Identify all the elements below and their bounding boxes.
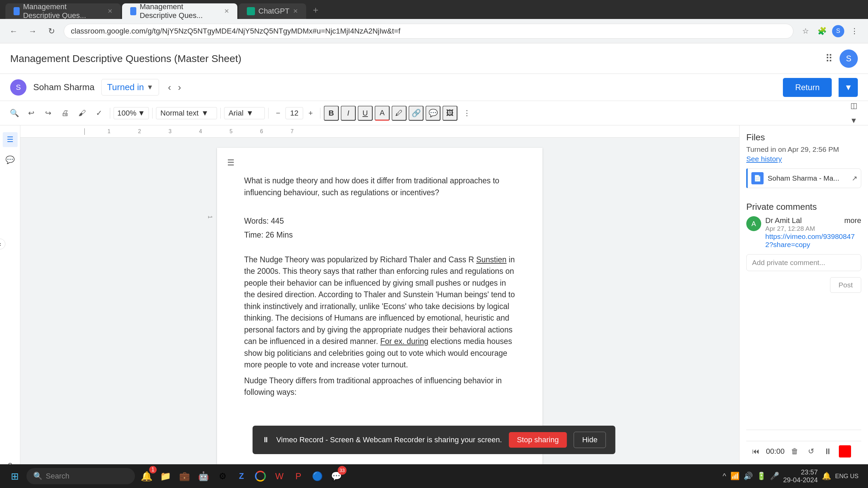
text-color-button[interactable]: A [375, 106, 390, 121]
audio-replay-button[interactable]: ↺ [805, 445, 817, 458]
tab-2-close[interactable]: ✕ [224, 7, 229, 15]
search-label: Search [46, 472, 70, 481]
turned-in-dropdown[interactable]: Turned in ▼ [101, 79, 159, 96]
sidebar-outline-icon[interactable]: ☰ [3, 132, 18, 147]
bookmark-icon[interactable]: ☆ [799, 24, 812, 38]
taskbar-settings-icon[interactable]: ⚙ [214, 467, 231, 485]
text-style-select[interactable]: Normal text ▼ [156, 107, 217, 119]
student-bar: S Soham Sharma Turned in ▼ ‹ › Return ▼ [0, 74, 868, 101]
comment-item: A Dr Amit Lal more Apr 27, 12:28 AM http… [746, 216, 861, 249]
comment-link[interactable]: https://vimeo.com/939808472?share=copy [765, 232, 861, 249]
audio-stop-button[interactable] [839, 445, 851, 458]
list-icon[interactable]: ☰ [227, 158, 235, 167]
italic-button[interactable]: I [341, 106, 356, 121]
sidebar-comments-icon[interactable]: 💬 [3, 152, 18, 167]
taskbar-notification-icon[interactable]: 🔔 1 [138, 467, 155, 485]
comment-button[interactable]: 💬 [426, 106, 440, 121]
whatsapp-badge: 33 [338, 466, 347, 475]
add-comment-input[interactable]: Add private comment... [746, 254, 861, 271]
profile-icon[interactable]: S [831, 24, 845, 38]
taskbar-zoom-icon[interactable]: Z [233, 467, 250, 485]
paint-format-button[interactable]: 🖌 [75, 106, 90, 121]
hide-banner-button[interactable]: Hide [574, 432, 606, 448]
clock-time: 23:57 [783, 468, 818, 476]
more-label[interactable]: more [844, 216, 861, 225]
audio-trash-button[interactable]: 🗑 [789, 445, 801, 458]
zoom-value: 100% [117, 109, 136, 118]
see-history-link[interactable]: See history [746, 155, 861, 163]
taskbar-search[interactable]: 🔍 Search [26, 468, 135, 484]
reload-button[interactable]: ↻ [45, 24, 58, 38]
address-bar[interactable]: classroom.google.com/g/tg/NjY5NzQ5NTgyMD… [64, 24, 793, 39]
taskbar-chrome-icon[interactable] [252, 467, 269, 485]
font-size-input[interactable]: 12 [285, 107, 303, 119]
start-button[interactable]: ⊞ [5, 467, 24, 485]
return-button[interactable]: Return [783, 78, 832, 97]
next-student-button[interactable]: › [176, 80, 183, 95]
font-select[interactable]: Arial ▼ [224, 107, 265, 119]
underline-button[interactable]: U [358, 106, 373, 121]
post-button[interactable]: Post [830, 277, 861, 293]
link-button[interactable]: 🔗 [409, 106, 423, 121]
taskbar-battery-icon[interactable]: 🔋 [757, 472, 766, 481]
taskbar-mic-icon[interactable]: 🎤 [770, 472, 779, 481]
font-arrow-icon: ▼ [246, 109, 254, 118]
new-tab-button[interactable]: + [308, 1, 324, 19]
audio-prev-button[interactable]: ⏮ [750, 445, 762, 458]
taskbar-notification-bell-icon[interactable]: 🔔 [822, 472, 831, 481]
print-button[interactable]: 🖨 [58, 106, 73, 121]
spell-check-button[interactable]: ✓ [92, 106, 106, 121]
taskbar-language-icon[interactable]: ENG US [835, 473, 859, 480]
redo-button[interactable]: ↪ [41, 106, 56, 121]
grid-icon[interactable]: ⠿ [825, 53, 833, 64]
tab-3[interactable]: ChatGPT ✕ [239, 3, 306, 19]
zoom-select[interactable]: 100% ▼ [114, 107, 149, 119]
taskbar-chevron-icon[interactable]: ^ [723, 472, 726, 481]
taskbar-copilot-icon[interactable]: 🤖 [195, 467, 212, 485]
taskbar-network-icon[interactable]: 📶 [730, 472, 739, 481]
taskbar-clock[interactable]: 23:57 29-04-2024 [783, 468, 818, 484]
user-avatar[interactable]: S [840, 49, 858, 68]
comment-date: Apr 27, 12:28 AM [765, 225, 861, 232]
tab-1-close[interactable]: ✕ [107, 7, 113, 15]
stop-sharing-button[interactable]: Stop sharing [509, 432, 567, 448]
taskbar-teams-icon[interactable]: 💼 [176, 467, 193, 485]
vimeo-message: Vimeo Record - Screen & Webcam Recorder … [276, 435, 502, 444]
tab-1-icon [14, 7, 20, 15]
body-paragraph-1: The Nudge Theory was popularized by Rich… [244, 254, 515, 371]
more-toolbar-button[interactable]: ⋮ [459, 106, 474, 121]
return-dropdown-button[interactable]: ▼ [839, 78, 858, 97]
taskbar-volume-icon[interactable]: 🔊 [744, 472, 753, 481]
audio-pause-button[interactable]: ⏸ [821, 445, 835, 458]
bold-button[interactable]: B [324, 106, 339, 121]
forward-button[interactable]: → [26, 24, 39, 38]
taskbar-whatsapp-icon[interactable]: 💬 33 [328, 467, 345, 485]
app-header: Management Descriptive Questions (Master… [0, 43, 868, 74]
turned-in-date: Turned in on Apr 29, 2:56 PM [746, 145, 861, 154]
sidebar-toggle-button[interactable]: ◫ [846, 98, 861, 113]
font-size-increase-button[interactable]: + [304, 107, 317, 119]
taskbar-powerpoint-icon[interactable]: P [290, 467, 307, 485]
student-name: Soham Sharma [33, 82, 95, 93]
taskbar-vscode-icon[interactable]: 🔵 [309, 467, 326, 485]
add-comment-placeholder: Add private comment... [752, 259, 825, 266]
font-size-decrease-button[interactable]: − [272, 107, 284, 119]
search-toolbar-button[interactable]: 🔍 [7, 106, 22, 121]
prev-student-button[interactable]: ‹ [166, 80, 173, 95]
tab-1[interactable]: Management Descriptive Ques... ✕ [5, 3, 121, 19]
file-item[interactable]: 📄 Soham Sharma - Ma... ↗ [746, 168, 861, 188]
image-button[interactable]: 🖼 [442, 106, 457, 121]
taskbar-office-icon[interactable]: W [271, 467, 288, 485]
highlight-button[interactable]: 🖊 [392, 106, 407, 121]
tab-3-close[interactable]: ✕ [293, 7, 298, 15]
comment-author-avatar: A [746, 216, 761, 231]
audio-time: 00:00 [766, 447, 785, 456]
external-link-icon[interactable]: ↗ [852, 174, 857, 182]
taskbar-explorer-icon[interactable]: 📁 [157, 467, 174, 485]
back-button[interactable]: ← [7, 24, 20, 38]
extension-icon[interactable]: 🧩 [815, 24, 829, 38]
menu-icon[interactable]: ⋮ [848, 24, 861, 38]
undo-button[interactable]: ↩ [24, 106, 39, 121]
file-accent-bar [746, 168, 748, 188]
tab-2[interactable]: Management Descriptive Ques... ✕ [122, 3, 237, 19]
